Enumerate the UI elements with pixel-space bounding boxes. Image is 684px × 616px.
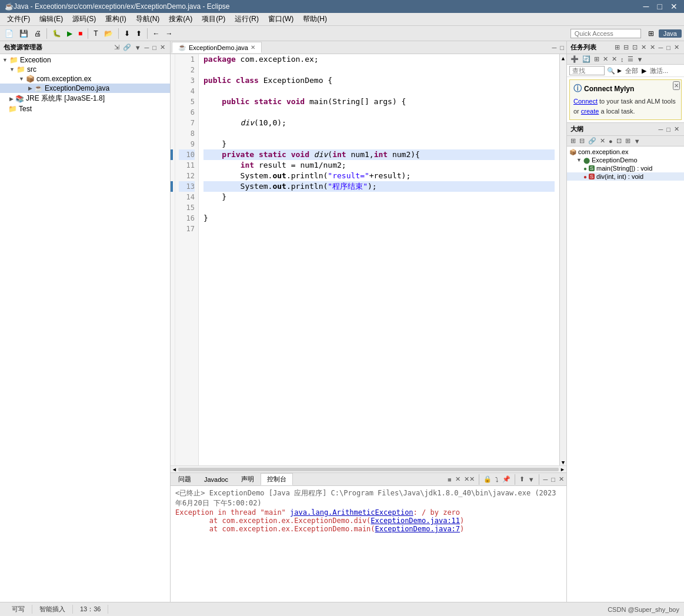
task-toolbar-btn-6[interactable]: ↕ [619,56,625,63]
perspective-button[interactable]: ⊞ [646,28,656,39]
tree-item-test[interactable]: ▶ 📁 Test [0,104,170,114]
scroll-up-button[interactable]: ▲ [562,55,565,61]
menu-source[interactable]: 源码(S) [68,13,101,25]
console-word-wrap-button[interactable]: ⤵ [494,476,500,483]
maximize-button[interactable]: □ [656,1,664,12]
tab-close-button[interactable]: ✕ [251,44,255,51]
task-refresh-button[interactable]: 🔄 [581,55,592,63]
pkg-view-menu-button[interactable]: ▼ [134,44,142,51]
java-perspective-badge[interactable]: Java [659,29,682,38]
tree-item-package[interactable]: ▼ 📦 com.exception.ex [0,74,170,84]
task-toolbar-btn-8[interactable]: ▼ [636,56,645,63]
stop-button[interactable]: ■ [76,28,85,39]
task-list-maximize[interactable]: □ [665,44,672,51]
bottom-minimize-button[interactable]: ─ [542,476,549,483]
arithmetic-exception-link[interactable]: java.lang.ArithmeticException [290,508,413,517]
outline-toolbar-btn-2[interactable]: ⊟ [578,137,586,145]
pkg-close-button[interactable]: ✕ [159,44,166,51]
print-button[interactable]: 🖨 [32,28,44,39]
editor-hscroll[interactable]: ◄ ► [171,465,566,472]
tree-item-jre[interactable]: ▶ 📚 JRE 系统库 [JavaSE-1.8] [0,93,170,104]
tab-problems[interactable]: 问题 [172,473,198,485]
tree-item-exceotion[interactable]: ▼ 📁 Exceotion [0,55,170,65]
prev-annotation-button[interactable]: ⬆ [134,28,144,39]
task-search-input[interactable] [569,66,605,75]
console-open-button[interactable]: ⬆ [518,475,526,483]
bottom-maximize-button[interactable]: □ [550,476,556,483]
outline-toolbar-btn-8[interactable]: ▼ [633,138,642,145]
collapse-all-button[interactable]: ⇲ [113,44,121,51]
menu-edit[interactable]: 编辑(E) [35,13,68,25]
task-list-btn-2[interactable]: ⊟ [622,44,630,51]
editor-maximize-button[interactable]: □ [559,44,565,51]
outline-toolbar-btn-7[interactable]: ⊞ [624,137,632,145]
outline-item-div[interactable]: ● S div(int, int) : void [567,172,684,181]
menu-project[interactable]: 项目(P) [197,13,230,25]
hscroll-right[interactable]: ► [560,467,565,472]
outline-close[interactable]: ✕ [673,125,680,133]
tab-console[interactable]: 控制台 [261,473,293,485]
hscroll-thumb[interactable] [178,468,559,471]
mylyn-connect-link[interactable]: Connect [573,98,598,105]
run-button[interactable]: ▶ [65,28,75,39]
exception-demo-main-link[interactable]: ExceptionDemo.java:7 [375,525,461,533]
editor-minimize-button[interactable]: ─ [551,44,558,51]
task-toolbar-btn-7[interactable]: ☰ [626,55,635,63]
outline-toolbar-btn-6[interactable]: ⊡ [615,137,623,145]
outline-toolbar-btn-5[interactable]: ● [608,138,614,145]
task-toolbar-btn-3[interactable]: ⊞ [593,55,600,63]
menu-search[interactable]: 搜索(A) [164,13,197,25]
tab-javadoc[interactable]: Javadoc [198,474,235,485]
next-annotation-button[interactable]: ⬇ [122,28,132,39]
console-scroll-lock-button[interactable]: 🔒 [482,475,493,483]
task-list-btn-1[interactable]: ⊞ [613,44,621,51]
code-content[interactable]: package com.exception.ex; public class E… [199,54,559,465]
task-list-minimize[interactable]: ─ [658,44,665,51]
console-stop-button[interactable]: ■ [446,476,453,483]
tab-declaration[interactable]: 声明 [235,473,261,485]
outline-toolbar-btn-4[interactable]: ✕ [599,137,606,145]
console-display-button[interactable]: ▼ [527,476,536,483]
all-filter-button[interactable]: 全部 [624,66,639,75]
outline-item-main[interactable]: ● S main(String[]) : void [567,164,684,172]
debug-button[interactable]: 🐛 [50,28,64,39]
bottom-close-button[interactable]: ✕ [558,475,565,483]
open-type-button[interactable]: T [91,28,100,39]
task-list-btn-3[interactable]: ⊡ [631,44,639,51]
save-button[interactable]: 💾 [17,28,31,39]
mylyn-close-button[interactable]: ✕ [673,81,680,90]
hscroll-left[interactable]: ◄ [172,467,177,472]
task-list-btn-4[interactable]: ✕ [640,44,648,51]
editor-tab-exceptiondemo[interactable]: ☕ ExceptionDemo.java ✕ [172,42,262,53]
menu-refactor[interactable]: 重构(I) [101,13,131,25]
task-add-button[interactable]: ➕ [569,55,580,63]
minimize-button[interactable]: ─ [642,1,651,12]
tree-item-exceptiondemo[interactable]: ▶ ☕ ExceptionDemo.java [0,84,170,93]
console-pin-button[interactable]: 📌 [501,475,512,483]
scroll-down-button[interactable]: ▼ [562,459,565,465]
outline-item-class[interactable]: ▼ ⬤ ExceptionDemo [567,156,684,164]
task-toolbar-btn-4[interactable]: ✕ [602,55,609,63]
exception-demo-div-link[interactable]: ExceptionDemo.java:11 [371,517,460,525]
close-button[interactable]: ✕ [669,1,679,12]
pkg-minimize-button[interactable]: ─ [144,44,151,51]
outline-minimize[interactable]: ─ [658,125,665,133]
task-toolbar-btn-5[interactable]: ✕ [610,55,618,63]
mylyn-create-link[interactable]: create [581,108,599,115]
menu-navigate[interactable]: 导航(N) [131,13,165,25]
outline-toolbar-btn-1[interactable]: ⊞ [569,137,577,145]
outline-item-package[interactable]: 📦 com.exception.ex [567,148,684,156]
new-button[interactable]: 📄 [2,28,16,39]
console-remove-all-button[interactable]: ✕✕ [463,475,476,483]
menu-run[interactable]: 运行(R) [230,13,263,25]
forward-button[interactable]: → [164,28,175,39]
outline-maximize[interactable]: □ [665,125,672,133]
open-resource-button[interactable]: 📂 [102,28,115,39]
quick-access-input[interactable] [570,29,641,38]
editor-vscroll[interactable]: ▲ ▼ [559,54,566,465]
console-remove-button[interactable]: ✕ [454,475,462,483]
tree-item-src[interactable]: ▼ 📁 src [0,65,170,74]
menu-help[interactable]: 帮助(H) [298,13,332,25]
pkg-maximize-button[interactable]: □ [151,44,158,51]
back-button[interactable]: ← [151,28,162,39]
